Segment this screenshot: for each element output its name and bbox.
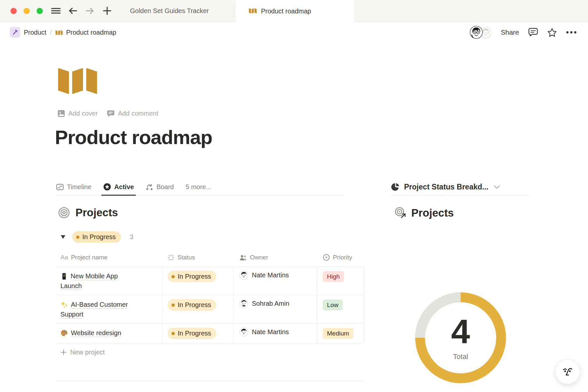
- close-window-button[interactable]: [10, 8, 17, 14]
- priority-pill: Medium: [323, 328, 353, 339]
- status-spinner-icon: [168, 254, 174, 261]
- status-dot: [76, 236, 79, 239]
- column-header-owner[interactable]: Owner: [234, 254, 317, 261]
- page-meta-actions: Add cover Add comment: [57, 110, 158, 117]
- column-header-status[interactable]: Status: [162, 254, 234, 261]
- view-tab-timeline[interactable]: Timeline: [56, 178, 91, 195]
- view-tabs-more-button[interactable]: 5 more...: [186, 183, 211, 191]
- comments-icon[interactable]: [528, 27, 538, 37]
- chart-dropdown-label[interactable]: Project Status Breakd...: [404, 183, 488, 191]
- collapse-triangle-icon[interactable]: [61, 235, 65, 239]
- table-row[interactable]: New Mobile App Launch In Progress Nate M…: [56, 267, 364, 295]
- minimize-window-button[interactable]: [24, 8, 30, 14]
- owner-cell[interactable]: Nate Martins: [234, 267, 317, 295]
- column-header-priority[interactable]: Priority: [317, 254, 364, 261]
- table-row[interactable]: AI-Based Customer Support In Progress So…: [56, 295, 364, 324]
- priority-cell[interactable]: Medium: [317, 324, 364, 343]
- mobile-phone-icon: [60, 273, 68, 280]
- status-breakdown-donut-chart[interactable]: 4 Total: [410, 287, 511, 388]
- chart-projects-section-header: Projects: [394, 206, 454, 220]
- status-cell[interactable]: In Progress: [162, 324, 234, 343]
- donut-center: 4 Total: [410, 287, 511, 388]
- new-tab-icon[interactable]: [103, 6, 112, 15]
- priority-pill: High: [323, 271, 344, 282]
- notion-ai-face-button[interactable]: [555, 359, 580, 384]
- status-dot: [172, 303, 175, 307]
- target-icon: [58, 207, 70, 219]
- target-link-icon: [394, 206, 407, 220]
- projects-section-title: Projects: [75, 206, 118, 219]
- priority-pill: Low: [323, 300, 343, 310]
- sparkles-icon: [60, 301, 68, 308]
- share-button[interactable]: Share: [501, 28, 519, 36]
- view-tab-label: Timeline: [67, 183, 91, 191]
- add-comment-button[interactable]: Add comment: [107, 110, 158, 117]
- chart-panel-header: Project Status Breakd...: [391, 178, 530, 196]
- project-name-cell[interactable]: New Mobile App Launch: [56, 267, 162, 295]
- status-label: In Progress: [178, 301, 211, 309]
- table-header-row: Aa Project name Status Owner Priority: [56, 248, 364, 267]
- avatar: [470, 26, 483, 40]
- hamburger-menu-icon[interactable]: [51, 7, 61, 15]
- breadcrumb-current[interactable]: Product roadmap: [66, 29, 116, 36]
- section-divider: [56, 381, 364, 381]
- new-project-button[interactable]: New project: [56, 344, 364, 361]
- view-tab-active[interactable]: Active: [103, 178, 134, 195]
- add-cover-button[interactable]: Add cover: [57, 110, 98, 117]
- page-title: Product roadmap: [55, 126, 212, 149]
- status-cell[interactable]: In Progress: [162, 295, 234, 323]
- forward-arrow-icon[interactable]: [85, 7, 94, 15]
- more-options-icon[interactable]: [566, 31, 577, 34]
- priority-cell[interactable]: High: [317, 267, 364, 295]
- tab-product-roadmap[interactable]: Product roadmap: [236, 0, 354, 22]
- view-tabs: Timeline Active Board 5 more...: [56, 178, 345, 196]
- chevron-down-icon[interactable]: [494, 185, 500, 189]
- map-icon: [249, 7, 257, 15]
- status-cell[interactable]: In Progress: [162, 267, 234, 295]
- tab-golden-set-guides-tracker[interactable]: Golden Set Guides Tracker: [130, 7, 209, 15]
- new-project-label: New project: [70, 349, 105, 356]
- breadcrumb: Product / Product roadmap: [10, 27, 116, 38]
- owner-cell[interactable]: Sohrab Amin: [234, 295, 317, 323]
- owner-cell[interactable]: Nate Martins: [234, 324, 317, 343]
- timeline-icon: [56, 183, 64, 191]
- project-name: New Mobile App Launch: [60, 272, 118, 289]
- text-property-icon: Aa: [60, 254, 68, 261]
- tab-active-label: Product roadmap: [261, 8, 311, 15]
- donut-total-label: Total: [453, 352, 468, 361]
- column-label: Project name: [71, 254, 107, 261]
- project-name-cell[interactable]: Website redesign: [56, 324, 162, 343]
- map-icon: [56, 29, 63, 35]
- view-tab-board[interactable]: Board: [146, 178, 174, 195]
- column-header-project-name[interactable]: Aa Project name: [56, 254, 162, 261]
- status-dot: [172, 275, 175, 278]
- header-actions: Share: [470, 25, 577, 39]
- palette-icon: [60, 329, 68, 337]
- zoom-window-button[interactable]: [37, 8, 43, 14]
- view-tab-label: Active: [114, 183, 134, 191]
- back-arrow-icon[interactable]: [68, 7, 77, 15]
- group-status-label: In Progress: [82, 233, 116, 241]
- add-cover-label: Add cover: [68, 110, 98, 117]
- breadcrumb-separator: /: [50, 29, 52, 36]
- window-controls: [10, 8, 43, 14]
- priority-cell[interactable]: Low: [317, 295, 364, 323]
- app-header: Product / Product roadmap Share: [0, 22, 588, 42]
- chart-projects-section-title: Projects: [411, 207, 454, 219]
- view-tab-label: Board: [156, 183, 174, 191]
- projects-section-header: Projects: [58, 206, 118, 219]
- viewer-avatars[interactable]: [470, 25, 492, 39]
- avatar: [239, 299, 248, 308]
- project-name-cell[interactable]: AI-Based Customer Support: [56, 295, 162, 323]
- group-header-in-progress: In Progress 3: [61, 231, 133, 243]
- workspace-hammer-icon[interactable]: [10, 27, 20, 38]
- table-row[interactable]: Website redesign In Progress Nate Martin…: [56, 324, 364, 344]
- owner-name: Nate Martins: [252, 328, 289, 336]
- plus-icon: [60, 349, 67, 355]
- page-map-icon[interactable]: [58, 64, 97, 95]
- face-icon: [561, 365, 575, 379]
- favorite-star-icon[interactable]: [547, 28, 557, 37]
- breadcrumb-root[interactable]: Product: [24, 29, 46, 36]
- group-status-pill[interactable]: In Progress: [72, 231, 121, 243]
- column-label: Owner: [250, 254, 268, 261]
